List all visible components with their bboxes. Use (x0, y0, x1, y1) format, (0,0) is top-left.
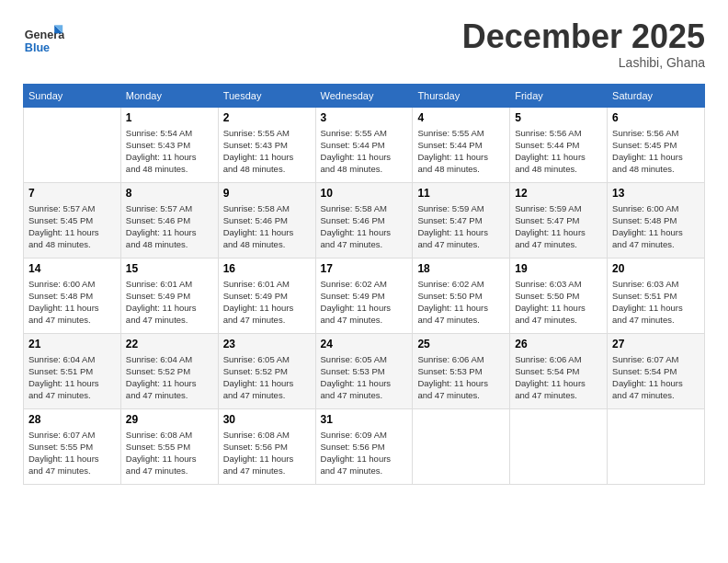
day-info: Sunrise: 6:09 AM Sunset: 5:56 PM Dayligh… (321, 429, 408, 477)
day-number: 3 (321, 111, 408, 124)
week-row-4: 28Sunrise: 6:07 AM Sunset: 5:55 PM Dayli… (24, 408, 705, 484)
calendar-cell: 20Sunrise: 6:03 AM Sunset: 5:51 PM Dayli… (608, 258, 705, 333)
header: General Blue December 2025 Lashibi, Ghan… (23, 18, 705, 70)
day-info: Sunrise: 5:55 AM Sunset: 5:44 PM Dayligh… (321, 127, 408, 176)
day-info: Sunrise: 6:01 AM Sunset: 5:49 PM Dayligh… (223, 278, 311, 327)
day-info: Sunrise: 6:03 AM Sunset: 5:51 PM Dayligh… (612, 278, 700, 327)
day-info: Sunrise: 6:06 AM Sunset: 5:53 PM Dayligh… (417, 353, 505, 402)
calendar-cell: 10Sunrise: 5:58 AM Sunset: 5:46 PM Dayli… (315, 182, 413, 258)
day-number: 23 (223, 338, 311, 350)
day-number: 26 (515, 338, 602, 350)
day-info: Sunrise: 5:54 AM Sunset: 5:43 PM Dayligh… (126, 127, 213, 176)
day-info: Sunrise: 6:04 AM Sunset: 5:51 PM Dayligh… (28, 353, 116, 402)
day-number: 6 (612, 111, 700, 124)
week-row-0: 1Sunrise: 5:54 AM Sunset: 5:43 PM Daylig… (24, 107, 705, 182)
day-info: Sunrise: 5:56 AM Sunset: 5:45 PM Dayligh… (612, 127, 700, 176)
day-number: 12 (515, 187, 602, 200)
calendar-cell: 12Sunrise: 5:59 AM Sunset: 5:47 PM Dayli… (510, 182, 608, 258)
calendar-cell (24, 107, 121, 182)
day-number: 17 (321, 262, 408, 275)
day-info: Sunrise: 6:05 AM Sunset: 5:53 PM Dayligh… (321, 353, 408, 402)
day-info: Sunrise: 6:02 AM Sunset: 5:49 PM Dayligh… (321, 278, 408, 327)
calendar-cell: 25Sunrise: 6:06 AM Sunset: 5:53 PM Dayli… (413, 333, 510, 408)
day-number: 10 (321, 187, 408, 200)
calendar-cell: 28Sunrise: 6:07 AM Sunset: 5:55 PM Dayli… (24, 408, 121, 484)
calendar-cell: 22Sunrise: 6:04 AM Sunset: 5:52 PM Dayli… (120, 333, 218, 408)
day-info: Sunrise: 5:59 AM Sunset: 5:47 PM Dayligh… (515, 202, 602, 251)
calendar-cell: 18Sunrise: 6:02 AM Sunset: 5:50 PM Dayli… (413, 258, 510, 333)
day-number: 25 (417, 338, 505, 350)
day-number: 31 (321, 413, 408, 426)
day-number: 30 (223, 413, 311, 426)
day-number: 13 (612, 187, 700, 200)
weekday-header-thursday: Thursday (413, 84, 510, 107)
day-number: 9 (223, 187, 311, 200)
weekday-header-wednesday: Wednesday (315, 84, 413, 107)
day-info: Sunrise: 5:59 AM Sunset: 5:47 PM Dayligh… (417, 202, 505, 251)
day-info: Sunrise: 6:08 AM Sunset: 5:56 PM Dayligh… (223, 429, 311, 477)
day-number: 22 (126, 338, 213, 350)
day-number: 16 (223, 262, 311, 275)
day-info: Sunrise: 6:01 AM Sunset: 5:49 PM Dayligh… (126, 278, 213, 327)
day-number: 7 (28, 187, 116, 200)
day-info: Sunrise: 5:55 AM Sunset: 5:44 PM Dayligh… (417, 127, 505, 176)
logo: General Blue (23, 18, 64, 60)
day-number: 14 (28, 262, 116, 275)
calendar-cell (413, 408, 510, 484)
day-number: 15 (126, 262, 213, 275)
day-info: Sunrise: 6:00 AM Sunset: 5:48 PM Dayligh… (28, 278, 116, 327)
day-info: Sunrise: 5:56 AM Sunset: 5:44 PM Dayligh… (515, 127, 602, 176)
calendar-cell: 1Sunrise: 5:54 AM Sunset: 5:43 PM Daylig… (120, 107, 218, 182)
calendar-cell (510, 408, 608, 484)
calendar-cell: 27Sunrise: 6:07 AM Sunset: 5:54 PM Dayli… (608, 333, 705, 408)
calendar-cell: 13Sunrise: 6:00 AM Sunset: 5:48 PM Dayli… (608, 182, 705, 258)
calendar-cell: 24Sunrise: 6:05 AM Sunset: 5:53 PM Dayli… (315, 333, 413, 408)
day-number: 5 (515, 111, 602, 124)
day-info: Sunrise: 5:58 AM Sunset: 5:46 PM Dayligh… (223, 202, 311, 251)
day-number: 11 (417, 187, 505, 200)
week-row-1: 7Sunrise: 5:57 AM Sunset: 5:45 PM Daylig… (24, 182, 705, 258)
day-number: 28 (28, 413, 116, 426)
day-number: 24 (321, 338, 408, 350)
calendar-cell: 8Sunrise: 5:57 AM Sunset: 5:46 PM Daylig… (120, 182, 218, 258)
day-number: 27 (612, 338, 700, 350)
day-info: Sunrise: 6:04 AM Sunset: 5:52 PM Dayligh… (126, 353, 213, 402)
calendar-cell: 19Sunrise: 6:03 AM Sunset: 5:50 PM Dayli… (510, 258, 608, 333)
weekday-header-row: SundayMondayTuesdayWednesdayThursdayFrid… (24, 84, 705, 107)
calendar-cell: 3Sunrise: 5:55 AM Sunset: 5:44 PM Daylig… (315, 107, 413, 182)
weekday-header-friday: Friday (510, 84, 608, 107)
weekday-header-tuesday: Tuesday (218, 84, 315, 107)
day-info: Sunrise: 6:06 AM Sunset: 5:54 PM Dayligh… (515, 353, 602, 402)
svg-text:Blue: Blue (25, 41, 50, 54)
calendar-cell: 23Sunrise: 6:05 AM Sunset: 5:52 PM Dayli… (218, 333, 315, 408)
day-info: Sunrise: 5:57 AM Sunset: 5:46 PM Dayligh… (126, 202, 213, 251)
day-number: 1 (126, 111, 213, 124)
day-info: Sunrise: 5:55 AM Sunset: 5:43 PM Dayligh… (223, 127, 311, 176)
calendar-cell: 6Sunrise: 5:56 AM Sunset: 5:45 PM Daylig… (608, 107, 705, 182)
day-info: Sunrise: 6:07 AM Sunset: 5:55 PM Dayligh… (28, 429, 116, 477)
weekday-header-sunday: Sunday (24, 84, 121, 107)
day-info: Sunrise: 5:57 AM Sunset: 5:45 PM Dayligh… (28, 202, 116, 251)
calendar-cell: 30Sunrise: 6:08 AM Sunset: 5:56 PM Dayli… (218, 408, 315, 484)
title-block: December 2025 Lashibi, Ghana (462, 18, 705, 70)
calendar-cell: 21Sunrise: 6:04 AM Sunset: 5:51 PM Dayli… (24, 333, 121, 408)
day-number: 21 (28, 338, 116, 350)
calendar-cell: 7Sunrise: 5:57 AM Sunset: 5:45 PM Daylig… (24, 182, 121, 258)
calendar-cell: 15Sunrise: 6:01 AM Sunset: 5:49 PM Dayli… (120, 258, 218, 333)
week-row-2: 14Sunrise: 6:00 AM Sunset: 5:48 PM Dayli… (24, 258, 705, 333)
calendar-cell: 26Sunrise: 6:06 AM Sunset: 5:54 PM Dayli… (510, 333, 608, 408)
calendar-cell: 4Sunrise: 5:55 AM Sunset: 5:44 PM Daylig… (413, 107, 510, 182)
day-number: 18 (417, 262, 505, 275)
month-title: December 2025 (462, 18, 705, 55)
calendar-cell: 29Sunrise: 6:08 AM Sunset: 5:55 PM Dayli… (120, 408, 218, 484)
calendar-cell: 5Sunrise: 5:56 AM Sunset: 5:44 PM Daylig… (510, 107, 608, 182)
day-number: 4 (417, 111, 505, 124)
day-info: Sunrise: 6:02 AM Sunset: 5:50 PM Dayligh… (417, 278, 505, 327)
day-info: Sunrise: 6:08 AM Sunset: 5:55 PM Dayligh… (126, 429, 213, 477)
page-container: General Blue December 2025 Lashibi, Ghan… (0, 0, 728, 499)
calendar-cell: 2Sunrise: 5:55 AM Sunset: 5:43 PM Daylig… (218, 107, 315, 182)
calendar-cell: 17Sunrise: 6:02 AM Sunset: 5:49 PM Dayli… (315, 258, 413, 333)
calendar-cell: 11Sunrise: 5:59 AM Sunset: 5:47 PM Dayli… (413, 182, 510, 258)
day-number: 29 (126, 413, 213, 426)
calendar-cell: 14Sunrise: 6:00 AM Sunset: 5:48 PM Dayli… (24, 258, 121, 333)
